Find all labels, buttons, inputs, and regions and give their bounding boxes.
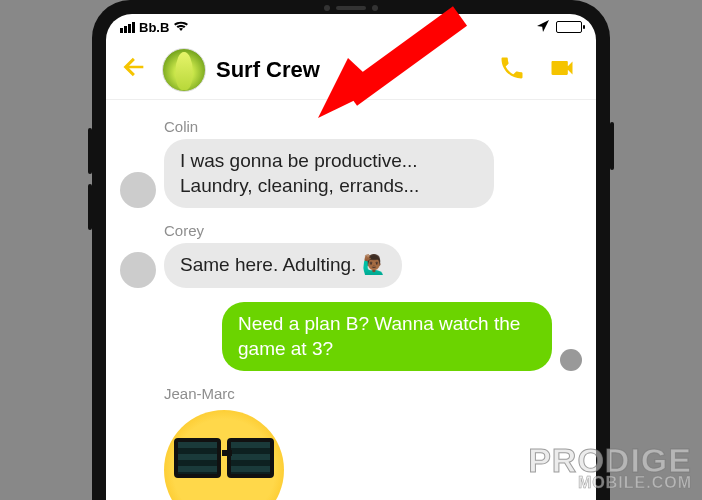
video-call-button[interactable] bbox=[542, 48, 582, 92]
volume-up-button bbox=[88, 128, 92, 174]
message-bubble[interactable]: Same here. Adulting. 🙋🏾‍♂️ bbox=[164, 243, 402, 288]
carrier-label: Bb.B bbox=[139, 20, 169, 35]
phone-frame: Bb.B Surf Crew bbox=[92, 0, 610, 500]
sensor-cluster bbox=[324, 5, 378, 11]
location-icon bbox=[536, 19, 550, 36]
back-button[interactable] bbox=[116, 49, 152, 90]
sender-name: Corey bbox=[164, 222, 582, 239]
signal-icon bbox=[120, 22, 135, 33]
chat-title[interactable]: Surf Crew bbox=[216, 57, 482, 83]
volume-down-button bbox=[88, 184, 92, 230]
group-avatar[interactable] bbox=[162, 48, 206, 92]
wifi-icon bbox=[173, 20, 189, 34]
message-list[interactable]: Colin I was gonna be productive... Laund… bbox=[106, 100, 596, 500]
message-group: Need a plan B? Wanna watch the game at 3… bbox=[120, 302, 582, 371]
message-group: Corey Same here. Adulting. 🙋🏾‍♂️ bbox=[120, 222, 582, 288]
status-bar: Bb.B bbox=[106, 14, 596, 40]
sender-name: Colin bbox=[164, 118, 582, 135]
avatar[interactable] bbox=[120, 172, 156, 208]
message-row: Same here. Adulting. 🙋🏾‍♂️ bbox=[120, 243, 582, 288]
avatar[interactable] bbox=[120, 252, 156, 288]
emoji-sticker[interactable] bbox=[164, 410, 284, 500]
voice-call-button[interactable] bbox=[492, 48, 532, 92]
message-row: I was gonna be productive... Laundry, cl… bbox=[120, 139, 582, 208]
message-bubble[interactable]: I was gonna be productive... Laundry, cl… bbox=[164, 139, 494, 208]
avatar[interactable] bbox=[560, 349, 582, 371]
battery-icon bbox=[556, 21, 582, 33]
message-row: Need a plan B? Wanna watch the game at 3… bbox=[120, 302, 582, 371]
power-button bbox=[610, 122, 614, 170]
sender-name: Jean-Marc bbox=[164, 385, 582, 402]
message-bubble[interactable]: Need a plan B? Wanna watch the game at 3… bbox=[222, 302, 552, 371]
screen: Bb.B Surf Crew bbox=[106, 14, 596, 500]
message-group: Jean-Marc bbox=[120, 385, 582, 500]
message-group: Colin I was gonna be productive... Laund… bbox=[120, 118, 582, 208]
chat-header: Surf Crew bbox=[106, 40, 596, 100]
